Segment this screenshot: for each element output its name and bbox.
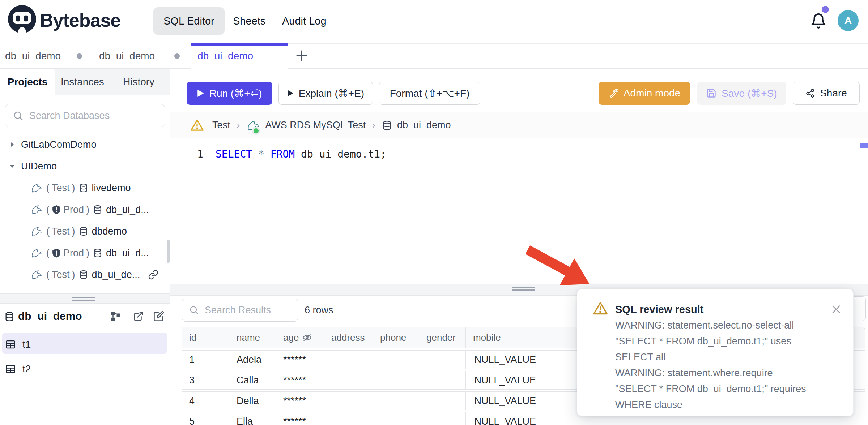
- warning-line: WHERE clause: [615, 397, 825, 413]
- mysql-dolphin-icon: [30, 182, 43, 194]
- run-button[interactable]: Run (⌘+⏎): [187, 82, 272, 105]
- bytebase-logo-icon[interactable]: [8, 5, 36, 33]
- search-icon: [13, 110, 24, 121]
- tree-db-prod-1[interactable]: Prod db_ui_d...: [0, 199, 170, 220]
- sidebar-splitter[interactable]: [0, 293, 170, 304]
- column-header-age[interactable]: age: [276, 327, 324, 348]
- column-header-id[interactable]: id: [182, 327, 229, 348]
- breadcrumb-environment[interactable]: Test: [212, 120, 230, 131]
- tree-db-dbdemo[interactable]: Test dbdemo: [0, 220, 170, 242]
- share-label: Share: [820, 87, 847, 99]
- env-label: Test: [52, 226, 70, 237]
- sql-code-line: SELECT * FROM db_ui_demo.t1;: [216, 148, 386, 160]
- bytebase-sql-editor: Bytebase SQL Editor Sheets Audit Log A d…: [0, 0, 868, 425]
- search-databases-input[interactable]: Search Databases: [5, 104, 165, 127]
- column-header-phone[interactable]: phone: [373, 327, 419, 348]
- admin-mode-button[interactable]: Admin mode: [599, 82, 690, 105]
- cell-mobile: NULL_VALUE: [465, 371, 542, 390]
- tree-project-uidemo[interactable]: UIDemo: [0, 155, 170, 177]
- column-header-address[interactable]: address: [324, 327, 373, 348]
- database-icon: [79, 270, 88, 280]
- table-item-t2[interactable]: t2: [0, 357, 170, 381]
- tree-db-selected[interactable]: Test db_ui_de...: [0, 264, 170, 285]
- tree-project-gitlabcomdemo[interactable]: GitLabComDemo: [0, 134, 170, 155]
- query-tab-label: db_ui_demo: [99, 50, 155, 62]
- project-label: GitLabComDemo: [21, 139, 97, 150]
- cell-gender: [419, 350, 465, 369]
- brand-wordmark[interactable]: Bytebase: [40, 9, 120, 31]
- table-name: t1: [22, 339, 31, 350]
- share-icon: [805, 89, 815, 98]
- query-tab-label: db_ui_demo: [5, 50, 61, 62]
- external-link-icon[interactable]: [133, 311, 144, 322]
- avatar[interactable]: A: [838, 10, 859, 31]
- share-button[interactable]: Share: [793, 82, 860, 105]
- nav-audit-log[interactable]: Audit Log: [272, 7, 337, 35]
- cell-mobile: NULL_VALUE: [465, 391, 542, 410]
- tree-db-livedemo[interactable]: Test livedemo: [0, 177, 170, 199]
- query-tab-3-active[interactable]: db_ui_demo: [191, 43, 288, 69]
- add-tab-icon[interactable]: [294, 48, 310, 64]
- env-tag: Test: [46, 269, 75, 280]
- tab-projects[interactable]: Projects: [0, 69, 55, 95]
- env-label: Prod: [63, 248, 84, 259]
- warning-line: WARNING: statement.where.require: [615, 365, 825, 381]
- column-header-mobile[interactable]: mobile: [465, 327, 542, 348]
- cell-gender: [419, 412, 465, 425]
- explain-button[interactable]: Explain (⌘+E): [278, 82, 373, 105]
- env-tag: Prod: [46, 204, 89, 215]
- nav-sql-editor[interactable]: SQL Editor: [153, 7, 225, 35]
- search-placeholder: Search Databases: [29, 110, 110, 121]
- save-button[interactable]: Save (⌘+S): [697, 82, 786, 105]
- mysql-dolphin-icon: [30, 247, 43, 259]
- cell-age-masked: ******: [276, 412, 324, 425]
- query-tab-2[interactable]: db_ui_demo: [93, 43, 191, 69]
- column-header-gender[interactable]: gender: [419, 327, 465, 348]
- breadcrumb-database[interactable]: db_ui_demo: [397, 120, 451, 131]
- tree-db-prod-2[interactable]: Prod db_ui_d...: [0, 242, 170, 264]
- sidebar-scrollbar[interactable]: [167, 240, 170, 263]
- table-name: t2: [22, 363, 31, 375]
- admin-mode-label: Admin mode: [624, 87, 680, 99]
- instance-engine-icon: [246, 119, 260, 132]
- database-name: db_ui_d...: [106, 204, 149, 215]
- format-button[interactable]: Format (⇧+⌥+F): [379, 82, 480, 105]
- database-icon: [79, 226, 88, 236]
- save-label: Save (⌘+S): [722, 87, 777, 99]
- status-green-dot: [252, 127, 260, 135]
- mysql-dolphin-icon: [30, 226, 43, 237]
- query-tab-1[interactable]: db_ui_demo: [0, 43, 93, 69]
- project-label: UIDemo: [21, 161, 57, 172]
- database-name: livedemo: [92, 183, 131, 194]
- search-placeholder: Search Results: [205, 305, 271, 316]
- env-tag: Test: [46, 226, 75, 237]
- cell-phone: [373, 412, 419, 425]
- column-header-name[interactable]: name: [229, 327, 276, 348]
- search-results-input[interactable]: Search Results: [182, 299, 298, 322]
- breadcrumb-instance[interactable]: AWS RDS MySQL Test: [265, 120, 366, 131]
- edit-icon[interactable]: [153, 311, 164, 322]
- tab-history[interactable]: History: [123, 69, 154, 95]
- cell-age-masked: ******: [276, 391, 324, 410]
- cell-name: Adela: [229, 350, 276, 369]
- tab-instances[interactable]: Instances: [61, 69, 104, 95]
- schema-diagram-icon[interactable]: [110, 311, 121, 322]
- warning-triangle-icon: [190, 119, 204, 132]
- cell-gender: [419, 391, 465, 410]
- editor-ruler-marker: [860, 143, 868, 148]
- nav-sheets[interactable]: Sheets: [223, 7, 276, 35]
- cell-age-masked: ******: [276, 350, 324, 369]
- drag-handle: [72, 300, 95, 301]
- line-number: 1: [197, 148, 203, 160]
- database-icon: [79, 183, 88, 193]
- chevron-right-icon: [9, 141, 16, 148]
- search-icon: [189, 305, 199, 315]
- close-icon[interactable]: [830, 304, 842, 315]
- drag-handle: [72, 297, 95, 298]
- popup-warning-text: WARNING: statement.select.no-select-all …: [615, 317, 825, 413]
- table-icon: [5, 339, 16, 350]
- cell-age-masked: ******: [276, 371, 324, 390]
- notification-bell-icon[interactable]: [810, 12, 827, 30]
- link-connected-icon[interactable]: [148, 269, 159, 280]
- table-item-t1[interactable]: t1: [0, 332, 170, 356]
